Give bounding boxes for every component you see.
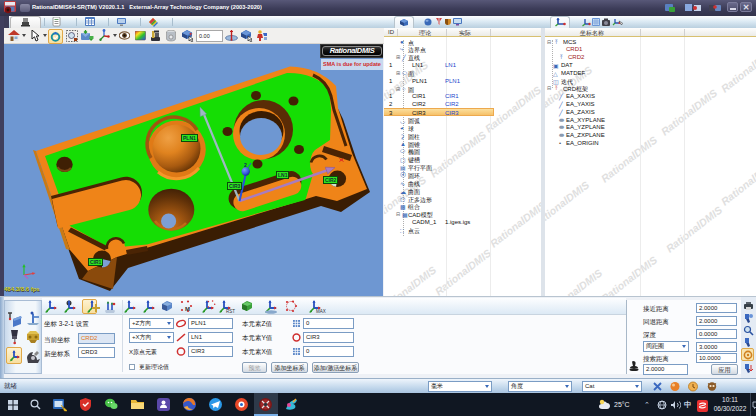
svg-text:2: 2 [244, 162, 247, 168]
svg-text:MAX: MAX [316, 309, 326, 314]
svg-text:!: ! [63, 406, 64, 411]
svg-text:M: M [185, 306, 190, 312]
svg-text:RST: RST [226, 309, 235, 314]
